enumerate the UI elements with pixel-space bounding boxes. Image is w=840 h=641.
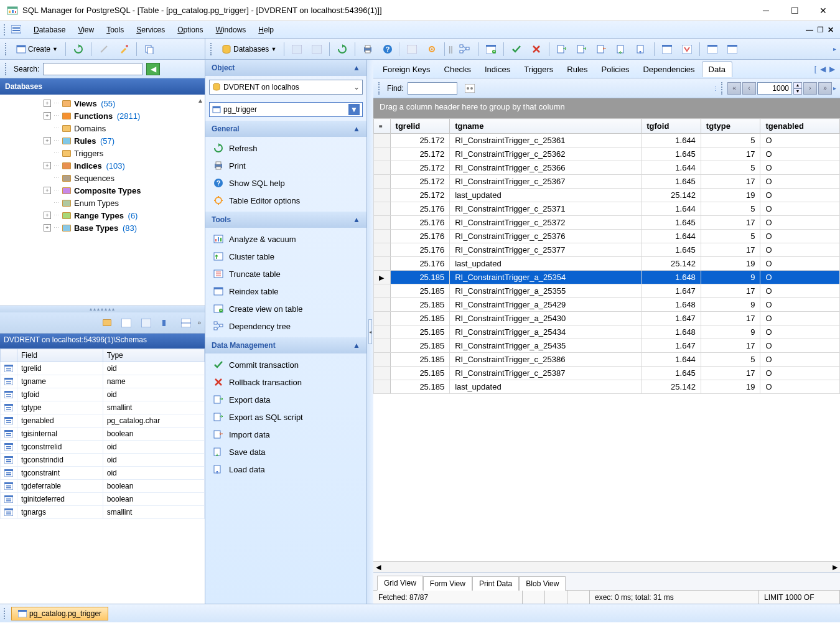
expand-icon[interactable]: + (44, 112, 51, 119)
view-tab[interactable]: Blob View (519, 576, 566, 591)
tab-triggers[interactable]: Triggers (517, 61, 560, 77)
search-go-button[interactable]: ◀ (146, 63, 160, 75)
tab-overflow-icon[interactable]: [ (814, 65, 816, 73)
command-item[interactable]: Save data (205, 443, 366, 461)
tools-section-header[interactable]: Tools▲ (205, 212, 366, 228)
refresh-button[interactable] (334, 42, 351, 56)
command-item[interactable]: Cluster table (205, 248, 366, 265)
expand-icon[interactable]: + (44, 137, 51, 144)
export-sql-button[interactable] (573, 43, 590, 55)
field-grid[interactable]: Field Type tgrelidoidtgnamenametgfoidoid… (0, 349, 205, 604)
general-section-header[interactable]: General▲ (205, 121, 366, 137)
nav-last-button[interactable]: » (818, 82, 832, 95)
scroll-up-icon[interactable]: ▲ (197, 97, 203, 104)
column-header-tgrelid[interactable]: tgrelid (390, 119, 450, 134)
field-row[interactable]: tginitdeferredboolean (1, 493, 205, 506)
data-row[interactable]: 25.172 RI_ConstraintTrigger_c_25366 1.64… (374, 161, 840, 175)
menu-services[interactable]: Services (130, 24, 171, 36)
find-options-button[interactable] (461, 82, 478, 95)
tree-item[interactable]: ⋯Sequences (25, 172, 205, 184)
data-row[interactable]: 25.185 RI_ConstraintTrigger_c_25387 1.64… (374, 367, 840, 380)
field-row[interactable]: tgfoidoid (1, 388, 205, 401)
data-row[interactable]: ▶ 25.185 RI_ConstraintTrigger_a_25354 1.… (374, 271, 840, 284)
find-input[interactable] (408, 82, 457, 95)
tree-item[interactable]: +⋯Indices (103) (25, 159, 205, 172)
tb-btn[interactable] (658, 43, 676, 55)
tab-foreign-keys[interactable]: Foreign Keys (376, 61, 437, 77)
command-item[interactable]: Reindex table (205, 283, 366, 300)
data-row[interactable]: 25.185 RI_ConstraintTrigger_a_25429 1.64… (374, 298, 840, 312)
menu-view[interactable]: View (72, 24, 100, 36)
database-combo[interactable]: DVDRENT on localhos⌄ (209, 80, 363, 95)
vertical-splitter[interactable]: ◂ (367, 60, 373, 604)
data-mgmt-section-header[interactable]: Data Management▲ (205, 337, 366, 353)
data-row[interactable]: 25.185 RI_ConstraintTrigger_a_25430 1.64… (374, 312, 840, 325)
tool-button-3[interactable] (141, 42, 158, 56)
data-row[interactable]: 25.176 RI_ConstraintTrigger_c_25376 1.64… (374, 230, 840, 243)
toolbar-overflow-icon[interactable]: ▸ (833, 45, 836, 52)
data-row[interactable]: 25.172 RI_ConstraintTrigger_c_25361 1.64… (374, 134, 840, 147)
menu-help[interactable]: Help (252, 24, 280, 36)
command-item[interactable]: Export data (205, 391, 366, 408)
column-header-tgtype[interactable]: tgtype (701, 119, 760, 134)
data-row[interactable]: 25.185 RI_ConstraintTrigger_c_25386 1.64… (374, 353, 840, 367)
spinner-up[interactable]: ▲ (793, 82, 802, 88)
tb-btn[interactable]: + (482, 43, 500, 55)
data-grid[interactable]: ≡tgrelidtgnametgfoidtgtypetgenabled 25.1… (373, 118, 840, 561)
command-item[interactable]: Export as SQL script (205, 408, 366, 426)
page-input[interactable]: 1000 (757, 82, 792, 95)
maximize-button[interactable]: ☐ (780, 1, 809, 21)
save-button[interactable] (613, 43, 630, 55)
overflow-icon[interactable]: ▸ (833, 85, 836, 91)
tb-btn[interactable] (455, 42, 474, 56)
object-combo[interactable]: pg_trigger▼ (209, 102, 363, 117)
tab-policies[interactable]: Policies (595, 61, 637, 77)
export-button[interactable] (553, 43, 571, 55)
command-item[interactable]: Commit transaction (205, 356, 366, 373)
create-dropdown[interactable]: Create ▼ (12, 42, 62, 56)
import-button[interactable] (593, 43, 610, 55)
field-row[interactable]: tgconstrrelidoid (1, 441, 205, 454)
data-row[interactable]: 25.176 RI_ConstraintTrigger_c_25372 1.64… (374, 216, 840, 230)
db-tree[interactable]: +⋯Views (55)+⋯Functions (2811)⋯Domains+⋯… (0, 95, 205, 306)
column-header-tgfoid[interactable]: tgfoid (642, 119, 701, 134)
tree-item[interactable]: ⋯Domains (25, 122, 205, 134)
data-row[interactable]: 25.176 RI_ConstraintTrigger_c_25377 1.64… (374, 243, 840, 257)
refresh-button[interactable] (70, 42, 87, 56)
options-button[interactable] (423, 42, 441, 56)
expand-icon[interactable]: + (44, 100, 51, 107)
tab-rules[interactable]: Rules (560, 61, 594, 77)
hscroll-right-icon[interactable]: ▶ (833, 563, 838, 571)
command-item[interactable]: Analyze & vacuum (205, 230, 366, 248)
command-item[interactable]: Print (205, 157, 366, 174)
tab-checks[interactable]: Checks (437, 61, 478, 77)
tab-indices[interactable]: Indices (478, 61, 517, 77)
close-button[interactable]: ✕ (809, 1, 838, 21)
data-row[interactable]: 25.185 RI_ConstraintTrigger_a_25355 1.64… (374, 284, 840, 298)
expand-icon[interactable]: + (44, 224, 51, 232)
print-button[interactable] (359, 42, 376, 56)
command-item[interactable]: +Create view on table (205, 300, 366, 317)
column-header-tgenabled[interactable]: tgenabled (760, 119, 840, 134)
field-row[interactable]: tgisinternalboolean (1, 428, 205, 441)
col-type[interactable]: Type (103, 349, 204, 362)
tree-item[interactable]: +⋯Rules (57) (25, 134, 205, 147)
databases-dropdown[interactable]: Databases ▼ (218, 42, 280, 56)
view-tab[interactable]: Print Data (472, 576, 519, 591)
tb-btn[interactable] (403, 43, 421, 55)
data-row[interactable]: 25.176 last_updated 25.142 19 O (374, 257, 840, 271)
command-item[interactable]: Load data (205, 461, 366, 478)
spinner-down[interactable]: ▼ (793, 88, 802, 95)
mdi-minimize-icon[interactable]: — (806, 26, 813, 34)
command-item[interactable]: Import data (205, 426, 366, 443)
field-row[interactable]: tgenabledpg_catalog.char (1, 414, 205, 428)
data-row[interactable]: 25.172 last_updated 25.142 19 O (374, 189, 840, 202)
tree-item[interactable]: +⋯Range Types (6) (25, 209, 205, 222)
commit-button[interactable] (508, 42, 525, 56)
mdi-restore-icon[interactable]: ❐ (817, 26, 824, 34)
col-field[interactable]: Field (17, 349, 103, 362)
field-row[interactable]: tgconstraintoid (1, 467, 205, 480)
search-input[interactable] (43, 63, 142, 75)
tb-btn[interactable] (288, 43, 306, 55)
command-item[interactable]: Rollback transaction (205, 373, 366, 391)
